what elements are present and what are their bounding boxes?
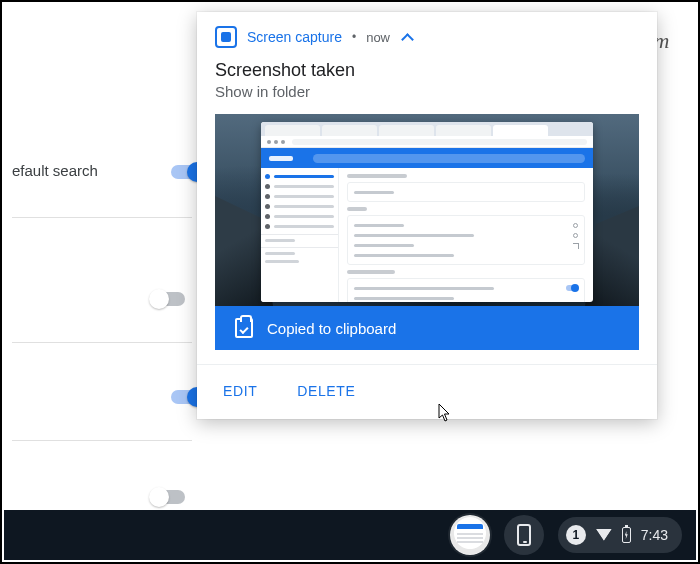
clock: 7:43	[641, 527, 668, 543]
status-tray[interactable]: 1 7:43	[558, 517, 682, 553]
settings-toggle-off-2[interactable]	[151, 490, 185, 504]
delete-button[interactable]: DELETE	[297, 383, 355, 399]
separator-dot: •	[352, 30, 356, 44]
screenshot-notification: Screen capture • now Screenshot taken Sh…	[197, 12, 657, 419]
settings-toggle-off[interactable]	[151, 292, 185, 306]
notification-header: Screen capture • now	[197, 12, 657, 54]
copied-to-clipboard-banner: Copied to clipboard	[215, 306, 639, 350]
clipboard-status-text: Copied to clipboard	[267, 320, 396, 337]
notification-body: Screenshot taken Show in folder	[197, 60, 657, 364]
holding-space-thumbnail[interactable]	[450, 515, 490, 555]
captured-chrome-window	[261, 122, 593, 302]
divider	[12, 217, 192, 218]
settings-sidebar	[261, 168, 339, 302]
clipboard-icon	[235, 318, 253, 338]
settings-main-panel	[339, 168, 593, 302]
browser-tab-active	[493, 125, 548, 136]
show-in-folder-link[interactable]: Show in folder	[215, 83, 639, 100]
battery-charging-icon	[622, 527, 631, 543]
shelf: 1 7:43	[4, 510, 696, 560]
notification-title: Screenshot taken	[215, 60, 639, 81]
screenshot-thumbnail[interactable]: Copied to clipboard	[215, 114, 639, 350]
notification-app-name: Screen capture	[247, 29, 342, 45]
screen-capture-app-icon	[215, 26, 237, 48]
browser-tab	[322, 125, 377, 136]
default-search-label: efault search	[12, 162, 98, 179]
notification-time: now	[366, 30, 390, 45]
omnibox	[261, 136, 593, 148]
browser-tab	[379, 125, 434, 136]
divider	[12, 342, 192, 343]
wifi-icon	[596, 529, 612, 541]
edit-button[interactable]: EDIT	[223, 383, 257, 399]
phone-hub-icon[interactable]	[504, 515, 544, 555]
settings-header-bar	[261, 148, 593, 168]
notification-count-badge: 1	[566, 525, 586, 545]
browser-tab	[265, 125, 320, 136]
browser-tab	[436, 125, 491, 136]
notification-actions: EDIT DELETE	[197, 364, 657, 419]
collapse-icon[interactable]	[400, 32, 416, 42]
divider	[12, 440, 192, 441]
tab-strip	[261, 122, 593, 136]
